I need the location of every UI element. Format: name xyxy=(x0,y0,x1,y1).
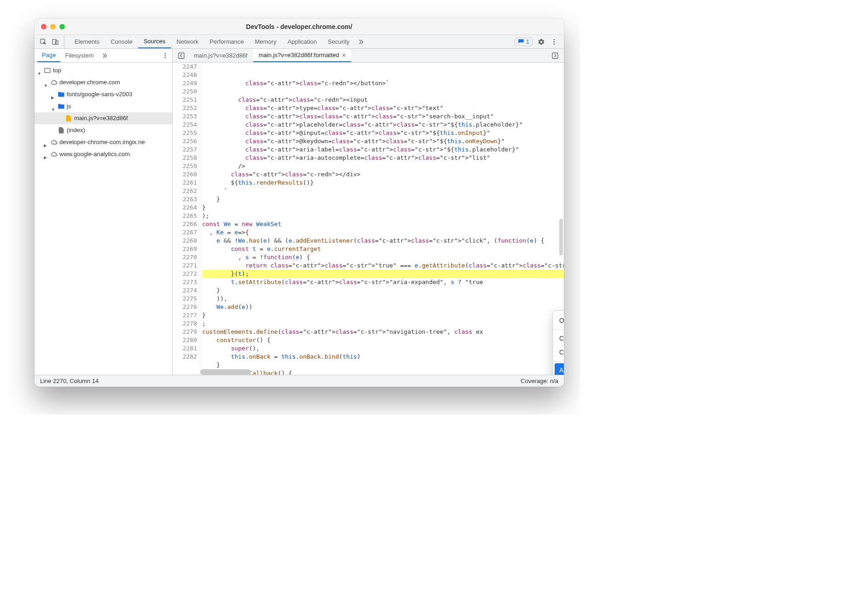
devtools-window: DevTools - developer.chrome.com/ Element… xyxy=(35,18,564,387)
tree-folder-js[interactable]: js xyxy=(35,100,172,112)
tree-domain-ga[interactable]: www.google-analytics.com xyxy=(35,148,172,160)
navigator-kebab-icon[interactable] xyxy=(161,52,169,60)
navigator-tab-filesystem[interactable]: Filesystem xyxy=(60,49,98,62)
tree-domain[interactable]: developer.chrome.com xyxy=(35,76,172,88)
code-line[interactable]: class="c-attr">class=class="c-attr">clas… xyxy=(202,112,564,121)
more-nav-tabs-icon[interactable] xyxy=(100,52,109,60)
code-line[interactable]: class="c-attr">class="c-redn"></button>` xyxy=(202,79,564,87)
svg-point-5 xyxy=(554,43,555,45)
code-line[interactable]: class="c-attr">class="c-redn"><input xyxy=(202,96,564,104)
code-line[interactable] xyxy=(202,87,564,96)
gear-icon[interactable] xyxy=(537,38,545,46)
code-line[interactable]: class="c-attr">aria-autocomplete=class="… xyxy=(202,154,564,162)
main-tab-performance[interactable]: Performance xyxy=(204,35,249,48)
context-menu-separator xyxy=(553,361,564,361)
main-tab-console[interactable]: Console xyxy=(105,35,138,48)
tree-label: top xyxy=(53,65,61,76)
code-line[interactable]: class="c-attr">aria-label=class="c-attr"… xyxy=(202,145,564,154)
code-line[interactable]: ); xyxy=(202,212,564,220)
code-line[interactable]: } xyxy=(202,361,564,369)
tree-file-index[interactable]: (index) xyxy=(35,124,172,136)
code-line[interactable]: class="c-attr">type=class="c-attr">class… xyxy=(202,104,564,112)
code-line[interactable]: class="c-attr">class="c-redn"></div> xyxy=(202,170,564,179)
file-tree[interactable]: top developer.chrome.com fonts/google-sa… xyxy=(35,63,172,162)
close-icon[interactable]: × xyxy=(342,52,346,59)
window-title: DevTools - developer.chrome.com/ xyxy=(35,23,564,30)
code-editor[interactable]: class="c-attr">class="c-redn"></button>`… xyxy=(200,63,564,375)
context-menu-item[interactable]: Copy link address xyxy=(553,331,564,345)
code-line[interactable]: )), xyxy=(202,295,564,303)
issues-count: 1 xyxy=(526,39,529,45)
tree-folder-fonts[interactable]: fonts/google-sans-v2003 xyxy=(35,88,172,100)
code-line[interactable]: } xyxy=(202,286,564,295)
context-menu-item[interactable]: Open in new tab xyxy=(553,314,564,327)
more-tabs-icon[interactable] xyxy=(357,38,365,46)
horizontal-scrollbar[interactable] xyxy=(200,369,251,375)
code-line[interactable]: } xyxy=(202,203,564,212)
zoom-window-button[interactable] xyxy=(59,24,65,29)
code-line[interactable]: We.add(e)) xyxy=(202,303,564,311)
code-line[interactable]: t.setAttribute(class="c-attr">class="c-s… xyxy=(202,278,564,286)
file-tab-mainjs-formatted[interactable]: main.js?v=e382d86f:formatted × xyxy=(253,49,351,62)
tree-label: developer-chrome-com.imgix.ne xyxy=(59,137,145,147)
main-tab-elements[interactable]: Elements xyxy=(69,35,105,48)
kebab-icon[interactable] xyxy=(550,38,558,46)
titlebar: DevTools - developer.chrome.com/ xyxy=(35,18,564,35)
code-line[interactable]: } xyxy=(202,311,564,320)
code-line[interactable]: , s = !function(e) { xyxy=(202,253,564,262)
vertical-scrollbar[interactable] xyxy=(559,219,563,256)
svg-point-8 xyxy=(165,57,166,58)
context-menu-item[interactable]: Copy file name xyxy=(553,345,564,359)
tree-file-mainjs[interactable]: main.js?v=e382d86f xyxy=(35,112,172,124)
js-file-icon xyxy=(65,115,72,122)
code-line[interactable]: e && !We.has(e) && (e.addEventListener(c… xyxy=(202,237,564,245)
tree-label: main.js?v=e382d86f xyxy=(74,113,128,123)
svg-rect-11 xyxy=(552,53,558,58)
code-line[interactable]: return class="c-attr">class="c-str">"tru… xyxy=(202,262,564,270)
code-line[interactable]: connectedCallback() { xyxy=(202,369,564,375)
code-line[interactable]: customElements.define(class="c-attr">cla… xyxy=(202,328,564,336)
main-tab-sources[interactable]: Sources xyxy=(138,35,171,48)
tree-label: fonts/google-sans-v2003 xyxy=(67,89,132,99)
history-back-icon[interactable] xyxy=(177,52,185,60)
code-line[interactable]: const We = new WeakSet xyxy=(202,220,564,228)
tree-top-frame[interactable]: top xyxy=(35,64,172,76)
device-toolbar-icon[interactable] xyxy=(51,38,59,46)
svg-point-4 xyxy=(554,41,555,42)
main-tabs: ElementsConsoleSourcesNetworkPerformance… xyxy=(35,35,564,49)
context-menu-item[interactable]: Add script to ignore list xyxy=(555,363,564,375)
code-line[interactable]: /> xyxy=(202,162,564,170)
svg-point-3 xyxy=(554,39,555,41)
code-line[interactable]: ${this.renderResults()} xyxy=(202,179,564,187)
main-tab-memory[interactable]: Memory xyxy=(249,35,282,48)
show-debugger-icon[interactable] xyxy=(551,52,559,60)
code-line[interactable]: super(), xyxy=(202,344,564,353)
folder-icon xyxy=(58,103,65,110)
file-tab-mainjs[interactable]: main.js?v=e382d86f xyxy=(188,49,253,62)
code-line[interactable]: , Ke = e=>{ xyxy=(202,228,564,237)
cloud-icon xyxy=(50,151,58,158)
main-tab-application[interactable]: Application xyxy=(282,35,323,48)
code-line[interactable]: } xyxy=(202,195,564,203)
tree-label: js xyxy=(67,101,71,111)
minimize-window-button[interactable] xyxy=(50,24,56,29)
code-line[interactable]: class="c-attr">@keydown=class="c-attr">c… xyxy=(202,137,564,145)
navigator-tab-label: Page xyxy=(42,52,56,58)
inspect-icon[interactable] xyxy=(39,38,47,46)
main-tab-security[interactable]: Security xyxy=(322,35,355,48)
code-line[interactable]: ` xyxy=(202,187,564,195)
close-window-button[interactable] xyxy=(41,24,46,29)
code-line[interactable]: const t = e.currentTarget xyxy=(202,245,564,253)
issues-badge[interactable]: 1 xyxy=(515,38,533,46)
code-line[interactable]: }(t); xyxy=(202,270,564,278)
code-line[interactable]: constructor() { xyxy=(202,336,564,344)
line-gutter[interactable]: 2247224822492250225122522253225422552256… xyxy=(173,63,200,375)
code-line[interactable]: class="c-attr">@input=class="c-attr">cla… xyxy=(202,129,564,137)
code-line[interactable]: this.onBack = this.onBack.bind(this) xyxy=(202,353,564,361)
navigator-tab-page[interactable]: Page xyxy=(37,49,60,62)
context-menu: Open in new tabCopy link addressCopy fil… xyxy=(552,310,564,375)
main-tab-network[interactable]: Network xyxy=(171,35,204,48)
code-line[interactable]: class="c-attr">placeholder=class="c-attr… xyxy=(202,121,564,129)
tree-domain-imgix[interactable]: developer-chrome-com.imgix.ne xyxy=(35,136,172,148)
code-line[interactable]: ; xyxy=(202,320,564,328)
